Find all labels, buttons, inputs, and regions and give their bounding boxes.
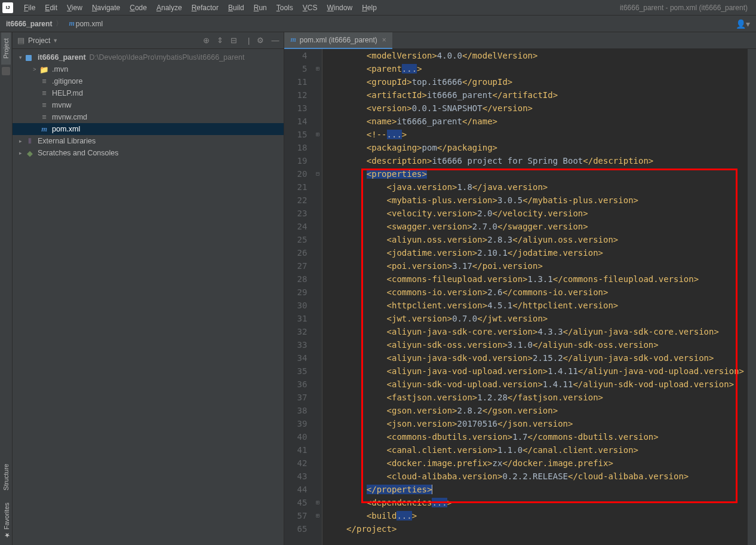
project-icon: ▤ [17,36,24,45]
close-icon[interactable]: × [382,36,386,44]
line-number-gutter: 4511121314151819202122232425262728293031… [284,49,313,545]
editor-tab-bar: m pom.xml (it6666_parent) × [284,32,756,49]
settings-icon[interactable]: ⚙ [257,36,264,45]
maven-file-icon: m [290,35,296,44]
menu-help[interactable]: Help [357,2,382,14]
tree-item--mvn[interactable]: >📁.mvn [13,63,284,75]
breadcrumb: it6666_parent 〉 m pom.xml 👤▾ [0,16,756,32]
window-title: it6666_parent - pom.xml (it6666_parent) [620,4,754,12]
user-icon[interactable]: 👤▾ [736,19,750,29]
collapse-icon[interactable]: ⊟ [231,36,237,45]
tool-window-project[interactable]: Project [1,32,11,65]
tree-item--gitignore[interactable]: ≡.gitignore [13,75,284,87]
sidebar-title[interactable]: Project [28,36,50,45]
locate-icon[interactable]: ⊕ [203,36,210,45]
editor-tab[interactable]: m pom.xml (it6666_parent) × [284,32,392,49]
code-editor[interactable]: 4511121314151819202122232425262728293031… [284,49,756,545]
breadcrumb-project[interactable]: it6666_parent [6,20,52,28]
menu-analyze[interactable]: Analyze [152,2,187,14]
tab-label: pom.xml (it6666_parent) [300,36,377,44]
tree-item-HELP-md[interactable]: ≡HELP.md [13,87,284,99]
menu-vcs[interactable]: VCS [298,2,322,14]
menu-tools[interactable]: Tools [272,2,298,14]
hide-icon[interactable]: — [271,36,279,45]
expand-icon[interactable]: ⇕ [217,36,223,45]
ide-logo-icon: IJ [2,2,13,13]
breadcrumb-file[interactable]: pom.xml [76,20,103,28]
menu-window[interactable]: Window [322,2,357,14]
tree-item-mvnw[interactable]: ≡mvnw [13,99,284,111]
tree-scratches[interactable]: ▸ ◆ Scratches and Consoles [13,147,284,159]
menu-edit[interactable]: Edit [40,2,62,14]
menu-navigate[interactable]: Navigate [87,2,125,14]
maven-file-icon: m [69,19,74,28]
chevron-right-icon: 〉 [56,19,63,29]
tree-external-libraries[interactable]: ▸ ⫴ External Libraries [13,135,284,147]
left-tool-strip: Project Structure ★ Favorites [0,32,13,545]
fold-gutter[interactable]: ⊞⊞⊟⊞⊞ [313,49,322,545]
menu-view[interactable]: View [62,2,87,14]
menu-code[interactable]: Code [125,2,152,14]
menu-bar: IJ FileEditViewNavigateCodeAnalyzeRefact… [0,0,756,16]
tool-window-structure[interactable]: Structure [1,458,11,497]
sidebar-header: ▤ Project ▼ ⊕ ⇕ ⊟ | ⚙ — [13,32,284,49]
chevron-down-icon[interactable]: ▼ [53,38,58,44]
tree-item-mvnw-cmd[interactable]: ≡mvnw.cmd [13,111,284,123]
tool-window-favorites[interactable]: ★ Favorites [1,497,11,545]
menu-run[interactable]: Run [249,2,272,14]
menu-refactor[interactable]: Refactor [187,2,223,14]
menu-build[interactable]: Build [223,2,249,14]
project-tree[interactable]: ▾ it6666_parent D:\Develop\IdeaPro\mybat… [13,49,284,161]
tool-window-icon[interactable] [2,67,10,75]
project-sidebar: ▤ Project ▼ ⊕ ⇕ ⊟ | ⚙ — ▾ it6666_parent … [13,32,284,545]
code-content[interactable]: <modelVersion>4.0.0</modelVersion> <pare… [322,49,748,545]
scrollbar[interactable] [748,49,756,545]
editor-area: m pom.xml (it6666_parent) × 451112131415… [284,32,756,545]
tree-root[interactable]: ▾ it6666_parent D:\Develop\IdeaPro\mybat… [13,51,284,63]
tree-item-pom-xml[interactable]: mpom.xml [13,123,284,135]
menu-file[interactable]: File [19,2,40,14]
